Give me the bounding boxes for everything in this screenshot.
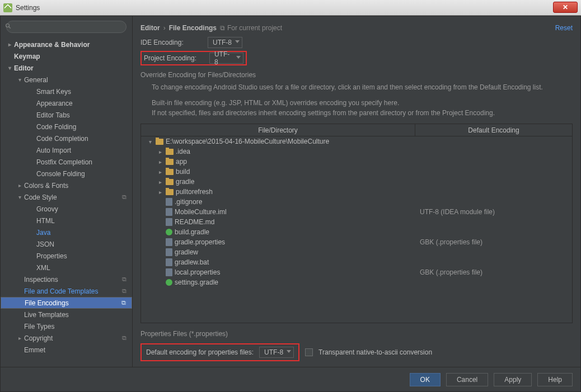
project-encoding-select[interactable]: UTF-8 bbox=[209, 53, 243, 64]
table-row[interactable]: README.md bbox=[141, 217, 572, 227]
expand-icon[interactable]: ▸ bbox=[157, 179, 163, 185]
expand-icon[interactable]: ▾ bbox=[147, 139, 153, 145]
file-name: gradlew bbox=[175, 248, 198, 256]
gradle-icon bbox=[166, 229, 172, 235]
nav-code-completion[interactable]: Code Completion bbox=[1, 133, 132, 144]
search-icon bbox=[5, 23, 12, 30]
file-icon bbox=[166, 268, 172, 276]
table-row[interactable]: gradle.propertiesGBK (.properties file) bbox=[141, 237, 572, 247]
table-row[interactable]: settings.gradle bbox=[141, 277, 572, 287]
file-name: app bbox=[176, 158, 187, 166]
nav-postfix-completion[interactable]: Postfix Completion bbox=[1, 156, 132, 168]
folder-icon bbox=[166, 159, 174, 165]
folder-icon bbox=[166, 179, 174, 185]
nav-auto-import[interactable]: Auto Import bbox=[1, 144, 132, 156]
col-file-directory[interactable]: File/Directory bbox=[141, 124, 415, 136]
file-name: gradlew.bat bbox=[175, 258, 209, 266]
nav-file-types[interactable]: File Types bbox=[1, 320, 132, 332]
table-row[interactable]: local.propertiesGBK (.properties file) bbox=[141, 267, 572, 277]
expand-icon[interactable]: ▸ bbox=[157, 149, 163, 155]
chevron-down-icon bbox=[287, 350, 291, 353]
ide-encoding-row: IDE Encoding: UTF-8 bbox=[140, 35, 573, 50]
nav-copyright[interactable]: ▸Copyright⧉ bbox=[1, 332, 132, 344]
folder-icon bbox=[166, 169, 174, 175]
expand-icon[interactable]: ▸ bbox=[157, 159, 163, 165]
file-icon bbox=[166, 198, 172, 206]
project-override-icon: ⧉ bbox=[122, 334, 126, 342]
nav-emmet[interactable]: Emmet bbox=[1, 344, 132, 356]
table-row[interactable]: ▸.idea bbox=[141, 147, 572, 157]
nav-smart-keys[interactable]: Smart Keys bbox=[1, 86, 132, 97]
file-encoding: UTF-8 (IDEA module file) bbox=[415, 208, 572, 216]
table-row[interactable]: .gitignore bbox=[141, 197, 572, 207]
project-encoding-highlight: Project Encoding: UTF-8 bbox=[140, 51, 247, 65]
properties-row: Default encoding for properties files: U… bbox=[140, 341, 573, 367]
help-button[interactable]: Help bbox=[537, 373, 573, 386]
nav-editor-tabs[interactable]: Editor Tabs bbox=[1, 109, 132, 121]
properties-encoding-label: Default encoding for properties files: bbox=[146, 348, 254, 356]
nav-groovy[interactable]: Groovy bbox=[1, 203, 132, 215]
dialog-footer: OK Cancel Apply Help bbox=[1, 367, 580, 391]
for-current-project: ⧉For current project bbox=[220, 24, 282, 32]
search-input[interactable] bbox=[6, 21, 126, 33]
nav-json[interactable]: JSON bbox=[1, 238, 132, 250]
nav-code-style[interactable]: ▾Code Style⧉ bbox=[1, 191, 132, 203]
svg-line-1 bbox=[9, 27, 11, 29]
nav-general[interactable]: ▾General bbox=[1, 74, 132, 86]
folder-icon bbox=[156, 139, 163, 145]
file-name: gradle.properties bbox=[175, 238, 225, 246]
nav-inspections[interactable]: Inspections⧉ bbox=[1, 273, 132, 285]
table-row[interactable]: ▸pulltorefresh bbox=[141, 187, 572, 197]
nav-java[interactable]: Java bbox=[1, 226, 132, 238]
breadcrumb-editor[interactable]: Editor bbox=[140, 24, 160, 32]
nav-editor[interactable]: ▾Editor bbox=[1, 62, 132, 74]
nav-html[interactable]: HTML bbox=[1, 215, 132, 226]
col-default-encoding[interactable]: Default Encoding bbox=[415, 124, 572, 136]
table-row[interactable]: ▸build bbox=[141, 167, 572, 177]
expand-icon[interactable]: ▸ bbox=[157, 169, 163, 175]
file-encoding: GBK (.properties file) bbox=[415, 238, 572, 246]
expand-icon[interactable]: ▸ bbox=[157, 189, 163, 195]
file-icon bbox=[166, 238, 172, 246]
nav-keymap[interactable]: Keymap bbox=[1, 50, 132, 62]
table-row[interactable]: build.gradle bbox=[141, 227, 572, 237]
nav-code-folding[interactable]: Code Folding bbox=[1, 121, 132, 133]
file-name: .gitignore bbox=[175, 198, 202, 206]
table-row[interactable]: gradlew bbox=[141, 247, 572, 257]
nav-file-code-templates[interactable]: File and Code Templates⧉ bbox=[1, 285, 132, 297]
window-title: Settings bbox=[16, 4, 40, 12]
reset-link[interactable]: Reset bbox=[555, 24, 573, 32]
nav-file-encodings[interactable]: File Encodings⧉ bbox=[1, 297, 132, 309]
transparent-ascii-checkbox[interactable] bbox=[305, 348, 313, 356]
settings-tree: ▸Appearance & Behavior Keymap ▾Editor ▾G… bbox=[1, 37, 132, 367]
table-row[interactable]: ▸app bbox=[141, 157, 572, 167]
file-encoding: GBK (.properties file) bbox=[415, 268, 572, 276]
help-text-1: To change encoding Android Studio uses f… bbox=[152, 82, 573, 92]
svg-point-0 bbox=[6, 24, 10, 27]
ide-encoding-select[interactable]: UTF-8 bbox=[208, 37, 242, 48]
properties-encoding-select[interactable]: UTF-8 bbox=[259, 347, 294, 358]
nav-appearance-behavior[interactable]: ▸Appearance & Behavior bbox=[1, 39, 132, 50]
table-row[interactable]: gradlew.bat bbox=[141, 257, 572, 267]
file-icon bbox=[166, 248, 172, 256]
nav-colors-fonts[interactable]: ▸Colors & Fonts bbox=[1, 180, 132, 191]
cancel-button[interactable]: Cancel bbox=[446, 373, 488, 386]
nav-live-templates[interactable]: Live Templates bbox=[1, 309, 132, 320]
table-row[interactable]: ▸gradle bbox=[141, 177, 572, 187]
nav-xml[interactable]: XML bbox=[1, 262, 132, 273]
help-text-3: If not specified, files and directories … bbox=[152, 108, 573, 118]
chevron-down-icon bbox=[236, 56, 241, 59]
nav-appearance-sub[interactable]: Appearance bbox=[1, 97, 132, 109]
ok-button[interactable]: OK bbox=[410, 373, 441, 386]
nav-console-folding[interactable]: Console Folding bbox=[1, 168, 132, 180]
file-name: pulltorefresh bbox=[176, 188, 213, 196]
table-row[interactable]: MobileCulture.imlUTF-8 (IDEA module file… bbox=[141, 207, 572, 217]
file-directory-table: File/Directory Default Encoding ▾E:\work… bbox=[140, 124, 573, 323]
project-override-icon: ⧉ bbox=[220, 24, 225, 32]
properties-section-title: Properties Files (*.properties) bbox=[140, 330, 573, 338]
table-body[interactable]: ▾E:\workspace\2015-04-16-MobileCulture\M… bbox=[141, 136, 572, 323]
table-row[interactable]: ▾E:\workspace\2015-04-16-MobileCulture\M… bbox=[141, 136, 572, 147]
nav-properties[interactable]: Properties bbox=[1, 250, 132, 262]
close-button[interactable]: ✕ bbox=[553, 2, 578, 13]
apply-button[interactable]: Apply bbox=[494, 373, 532, 386]
